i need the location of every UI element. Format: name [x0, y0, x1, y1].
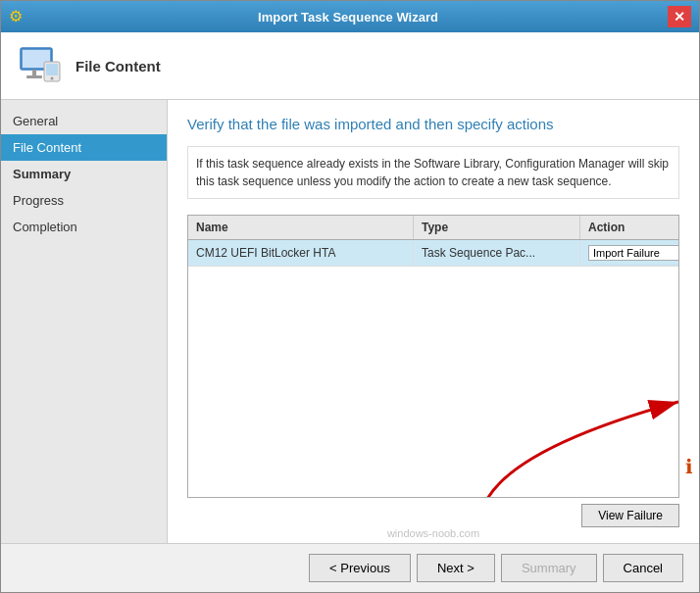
row-action-cell: Import Failure Ignore Dependency Import … — [580, 240, 678, 266]
summary-button[interactable]: Summary — [501, 554, 597, 582]
sidebar-item-progress[interactable]: Progress — [1, 187, 167, 214]
previous-button[interactable]: < Previous — [309, 554, 411, 582]
header-title: File Content — [75, 58, 161, 74]
next-button[interactable]: Next > — [417, 554, 495, 582]
sidebar-item-general[interactable]: General — [1, 108, 167, 134]
table-row: CM12 UEFI BitLocker HTA Task Sequence Pa… — [188, 240, 678, 267]
header-area: File Content — [1, 32, 699, 100]
cancel-button[interactable]: Cancel — [603, 554, 683, 582]
sidebar-item-summary[interactable]: Summary — [1, 161, 167, 187]
sidebar: General File Content Summary Progress Co… — [1, 100, 168, 543]
row-name: CM12 UEFI BitLocker HTA — [188, 241, 414, 265]
row-type: Task Sequence Pac... — [414, 241, 580, 265]
sidebar-item-completion[interactable]: Completion — [1, 214, 167, 240]
svg-rect-2 — [32, 70, 36, 75]
svg-rect-3 — [26, 75, 42, 78]
table-container: Name Type Action CM12 UEFI BitLocker HTA… — [187, 215, 679, 498]
footer: < Previous Next > Summary Cancel — [1, 543, 699, 592]
col-header-name: Name — [188, 216, 414, 239]
info-icon: ℹ — [685, 455, 693, 478]
annotation-arrow — [404, 372, 679, 498]
close-button[interactable]: ✕ — [668, 6, 691, 27]
col-header-action: Action — [580, 216, 678, 239]
main-area: General File Content Summary Progress Co… — [1, 100, 699, 543]
title-bar: ⚙ Import Task Sequence Wizard ✕ — [1, 1, 699, 32]
content-description: If this task sequence already exists in … — [187, 146, 679, 199]
table-header: Name Type Action — [188, 216, 678, 240]
col-header-type: Type — [414, 216, 580, 239]
svg-point-6 — [51, 77, 54, 80]
action-dropdown[interactable]: Import Failure Ignore Dependency — [588, 245, 678, 261]
wizard-window: ⚙ Import Task Sequence Wizard ✕ File Con… — [0, 0, 700, 593]
sidebar-item-file-content[interactable]: File Content — [1, 134, 167, 161]
content-area: Verify that the file was imported and th… — [168, 100, 699, 543]
title-bar-icon: ⚙ — [9, 7, 28, 26]
header-icon — [17, 42, 64, 89]
svg-rect-5 — [46, 64, 58, 75]
view-failure-button[interactable]: View Failure — [581, 504, 679, 527]
watermark: windows-noob.com — [387, 527, 479, 539]
content-heading: Verify that the file was imported and th… — [187, 116, 679, 132]
title-bar-text: Import Task Sequence Wizard — [28, 10, 668, 25]
